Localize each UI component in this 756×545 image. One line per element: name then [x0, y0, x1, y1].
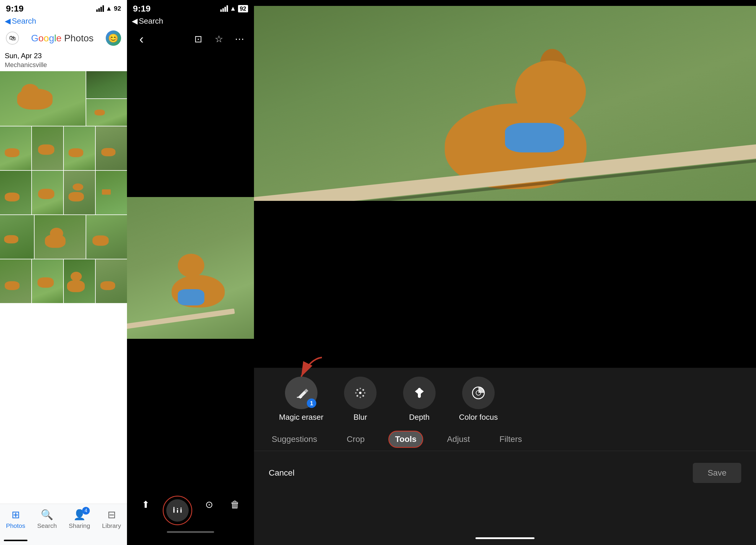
viewer-scrubber: [167, 531, 214, 533]
back-icon: ◀: [5, 17, 11, 26]
share-button[interactable]: ⬆: [137, 496, 155, 513]
tool-tabs-row: Suggestions Crop Tools Adjust Filters: [254, 428, 756, 451]
svg-point-15: [360, 388, 361, 389]
status-bar-photos: 9:19 ▲ 92: [0, 0, 127, 15]
lens-button[interactable]: ⊙: [201, 496, 218, 513]
viewer-bottom-bar: ⬆ ⊙ 🗑: [127, 486, 254, 545]
svg-rect-0: [173, 508, 175, 513]
cast-button[interactable]: ⊡: [191, 32, 206, 46]
star-button[interactable]: ☆: [211, 32, 226, 46]
svg-rect-2: [177, 510, 178, 513]
viewer-wifi-icon: ▲: [230, 5, 236, 12]
nav-back-photos[interactable]: ◀ Search: [0, 15, 127, 28]
viewer-time: 9:19: [133, 4, 151, 14]
viewer-status-icons: ▲ 92: [220, 5, 248, 12]
blur-label: Blur: [353, 413, 367, 422]
photo-row-1: [0, 71, 127, 126]
viewer-nav-back[interactable]: ◀ Search: [127, 15, 254, 28]
sharing-tab-label: Sharing: [69, 522, 90, 529]
svg-point-11: [356, 395, 358, 397]
photo-cell[interactable]: [64, 126, 95, 170]
date-label: Sun, Apr 23: [0, 49, 127, 61]
photo-cell[interactable]: [86, 215, 127, 259]
google-photos-logo: G o o g l e Photos: [31, 33, 94, 44]
delete-button[interactable]: 🗑: [226, 496, 244, 513]
viewer-photo-area[interactable]: [127, 74, 254, 462]
photo-row-3: [0, 171, 127, 214]
viewer-top-space: [127, 50, 254, 74]
tab-tools[interactable]: Tools: [388, 431, 423, 448]
signal-icon: [96, 5, 104, 12]
photo-cell[interactable]: [35, 215, 86, 259]
stick: [127, 309, 235, 330]
depth-svg: [412, 385, 427, 400]
adjust-tab-label: Adjust: [447, 435, 470, 444]
tool-magic-eraser[interactable]: 1 Magic eraser: [272, 377, 331, 422]
edit-photo: [254, 6, 756, 201]
photo-cell[interactable]: [0, 259, 31, 303]
photo-cell[interactable]: [32, 126, 63, 170]
tab-filters[interactable]: Filters: [493, 432, 528, 447]
more-button[interactable]: ⋯: [232, 32, 247, 46]
svg-rect-1: [173, 507, 175, 508]
svg-marker-18: [415, 389, 418, 394]
color-focus-label: Color focus: [459, 413, 498, 422]
library-tab-icon: ⊟: [107, 509, 116, 520]
edit-button[interactable]: [163, 496, 192, 525]
svg-point-8: [359, 392, 361, 394]
photo-grid: [0, 71, 127, 504]
photo-cell[interactable]: [32, 259, 63, 303]
eraser-badge: 1: [307, 398, 316, 408]
photo-cell[interactable]: [64, 259, 95, 303]
shop-button[interactable]: 🛍: [6, 32, 19, 45]
save-button[interactable]: Save: [693, 463, 741, 483]
tab-library[interactable]: ⊟ Library: [102, 509, 121, 529]
photo-row-5: [0, 259, 127, 303]
photo-cell[interactable]: [0, 126, 31, 170]
panel-photo-viewer: 9:19 ▲ 92 ◀ Search ‹ ⊡ ☆ ⋯: [127, 0, 254, 545]
tab-suggestions[interactable]: Suggestions: [266, 432, 323, 447]
viewer-battery: 92: [238, 5, 248, 12]
photo-cell[interactable]: [96, 171, 127, 214]
user-avatar[interactable]: 😊: [106, 30, 121, 46]
photo-cell[interactable]: [86, 99, 127, 126]
edit-tools-section: 1 Magic eraser: [254, 368, 756, 545]
logo-letters: G o o g l e Photos: [31, 33, 94, 44]
puppy-head: [178, 254, 204, 277]
tools-tab-label: Tools: [395, 435, 417, 444]
status-icons: ▲ 92: [96, 5, 121, 12]
viewer-toolbar: ‹ ⊡ ☆ ⋯: [127, 28, 254, 50]
magic-eraser-label: Magic eraser: [279, 413, 323, 422]
color-focus-svg: [471, 385, 486, 400]
photo-cell[interactable]: [32, 171, 63, 214]
tab-crop[interactable]: Crop: [341, 432, 371, 447]
svg-rect-3: [177, 508, 178, 509]
cancel-button[interactable]: Cancel: [269, 468, 294, 478]
viewer-signal-icon: [220, 5, 228, 12]
svg-marker-19: [421, 389, 424, 394]
tab-search[interactable]: 🔍 Search: [37, 509, 57, 529]
photo-cell[interactable]: [64, 171, 95, 214]
edit-icon: [166, 499, 189, 522]
photo-cell[interactable]: [96, 126, 127, 170]
svg-rect-5: [180, 507, 182, 509]
photo-cell[interactable]: [0, 215, 34, 259]
puppy-harness: [178, 289, 204, 305]
photo-row-4: [0, 215, 127, 259]
tool-blur[interactable]: Blur: [331, 377, 390, 422]
photo-cell[interactable]: [0, 71, 86, 126]
tool-depth[interactable]: Depth: [390, 377, 449, 422]
tool-color-focus[interactable]: Color focus: [449, 377, 508, 422]
battery-display: 92: [114, 5, 121, 12]
back-button[interactable]: ‹: [134, 32, 149, 46]
svg-rect-17: [418, 388, 421, 398]
photo-cell[interactable]: [0, 171, 31, 214]
photo-cell[interactable]: [86, 71, 127, 98]
svg-point-14: [364, 392, 366, 394]
tab-photos[interactable]: ⊞ Photos: [6, 509, 25, 529]
tab-adjust[interactable]: Adjust: [441, 432, 476, 447]
blur-icon: [344, 377, 377, 409]
suggestions-tab-label: Suggestions: [272, 435, 317, 444]
tab-sharing[interactable]: 👤 4 Sharing: [69, 509, 90, 529]
photo-cell[interactable]: [96, 259, 127, 303]
